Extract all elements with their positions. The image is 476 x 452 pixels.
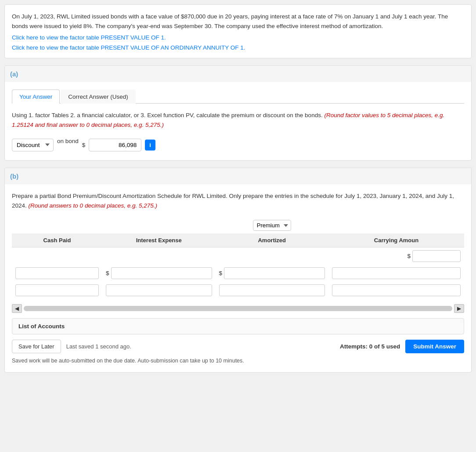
save-for-later-button[interactable]: Save for Later bbox=[12, 340, 61, 353]
footer-left: Save for Later Last saved 1 second ago. bbox=[12, 340, 131, 353]
answer-input-a[interactable] bbox=[89, 139, 141, 151]
on-bond-label: on bond bbox=[57, 136, 79, 146]
answer-row-a: Discount Premium on bond $ i bbox=[12, 136, 464, 153]
instruction-b: Prepare a partial Bond Premium/Discount … bbox=[12, 191, 464, 210]
dollar-amort-1: $ bbox=[219, 270, 223, 276]
footer-right: Attempts: 0 of 5 used Submit Answer bbox=[340, 340, 464, 353]
section-b-label: (b) bbox=[5, 168, 471, 184]
save-status: Last saved 1 second ago. bbox=[66, 343, 131, 350]
attempts-text: Attempts: 0 of 5 used bbox=[340, 343, 400, 350]
tab-your-answer[interactable]: Your Answer bbox=[12, 90, 60, 104]
footer-row: Save for Later Last saved 1 second ago. … bbox=[12, 340, 464, 353]
dollar-interest-1: $ bbox=[106, 270, 109, 276]
scroll-left-arrow[interactable]: ◀ bbox=[12, 304, 22, 313]
auto-submit-text: Saved work will be auto-submitted on the… bbox=[12, 358, 244, 364]
pv-link-2[interactable]: Click here to view the factor table PRES… bbox=[12, 44, 464, 51]
scroll-right-arrow[interactable]: ▶ bbox=[454, 304, 464, 313]
col-interest-header: Interest Expense bbox=[102, 233, 216, 248]
carrying-input-2[interactable] bbox=[332, 284, 461, 296]
table-header-row: Cash Paid Interest Expense Amortized Car… bbox=[12, 233, 464, 248]
pv-link-1[interactable]: Click here to view the factor table PRES… bbox=[12, 34, 464, 41]
auto-submit-note: Saved work will be auto-submitted on the… bbox=[12, 357, 464, 365]
interest-input-1[interactable] bbox=[111, 267, 212, 279]
scroll-bar-row: ◀ ▶ bbox=[12, 302, 464, 315]
col-carrying-header: Carrying Amoun bbox=[328, 233, 464, 248]
amort-input-2[interactable] bbox=[219, 284, 325, 296]
section-a-label: (a) bbox=[5, 66, 471, 82]
dollar-sign-a: $ bbox=[82, 142, 86, 148]
col-amort-header: Amortized bbox=[216, 233, 329, 248]
carrying-first-row: $ bbox=[332, 250, 461, 262]
table-row: $ $ bbox=[12, 265, 464, 282]
discount-dropdown[interactable]: Discount Premium bbox=[12, 139, 54, 151]
interest-input-2[interactable] bbox=[106, 284, 212, 296]
scroll-track[interactable] bbox=[24, 306, 452, 311]
problem-text: On July 1, 2023, RWL Limited issued bond… bbox=[12, 12, 464, 31]
section-a-card: (a) Your Answer Correct Answer (Used) Us… bbox=[4, 65, 472, 161]
interest-cell-1: $ bbox=[106, 267, 212, 279]
cash-input-1[interactable] bbox=[15, 267, 99, 279]
tab-correct-answer[interactable]: Correct Answer (Used) bbox=[61, 90, 136, 104]
premium-dropdown[interactable]: Premium Discount bbox=[253, 220, 291, 231]
amort-cell-1: $ bbox=[219, 267, 325, 279]
dollar-carrying: $ bbox=[407, 253, 411, 259]
list-of-accounts[interactable]: List of Accounts bbox=[12, 318, 464, 334]
table-row bbox=[12, 282, 464, 299]
instruction-a: Using 1. factor Tables 2. a financial ca… bbox=[12, 111, 464, 129]
carrying-input-0[interactable] bbox=[412, 250, 461, 262]
tabs-a: Your Answer Correct Answer (Used) bbox=[12, 89, 464, 104]
section-b-card: (b) Prepare a partial Bond Premium/Disco… bbox=[4, 168, 472, 373]
instruction-a-text: Using 1. factor Tables 2. a financial ca… bbox=[12, 112, 323, 118]
instruction-b-round: (Round answers to 0 decimal places, e.g.… bbox=[29, 202, 157, 209]
premium-dropdown-row: Premium Discount bbox=[12, 217, 464, 233]
cash-input-2[interactable] bbox=[15, 284, 99, 296]
section-b-body: Prepare a partial Bond Premium/Discount … bbox=[5, 184, 471, 372]
submit-answer-button[interactable]: Submit Answer bbox=[405, 340, 464, 353]
amort-table: Premium Discount Cash Paid Interest Expe… bbox=[12, 217, 464, 299]
carrying-input-1[interactable] bbox=[332, 267, 461, 279]
section-a-body: Your Answer Correct Answer (Used) Using … bbox=[5, 82, 471, 160]
amort-table-container: Premium Discount Cash Paid Interest Expe… bbox=[12, 217, 464, 299]
problem-card: On July 1, 2023, RWL Limited issued bond… bbox=[4, 4, 472, 58]
amort-input-1[interactable] bbox=[224, 267, 325, 279]
col-cash-header: Cash Paid bbox=[12, 233, 102, 248]
info-button-a[interactable]: i bbox=[145, 140, 155, 151]
table-row: $ bbox=[12, 248, 464, 265]
